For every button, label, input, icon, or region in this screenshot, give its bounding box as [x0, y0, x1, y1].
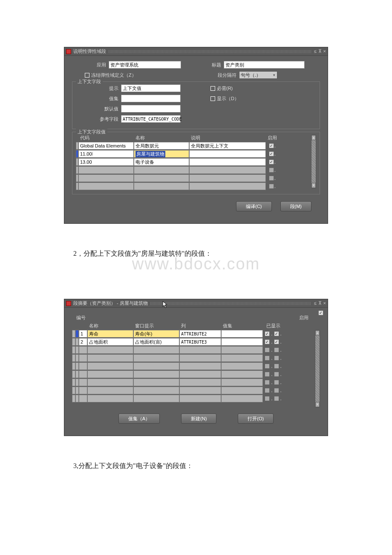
enabled-checkbox[interactable]	[265, 388, 270, 393]
maximize-icon[interactable]: ⊼	[318, 49, 322, 54]
segname-cell[interactable]	[87, 379, 133, 386]
window-checkbox[interactable]: ✓	[318, 310, 323, 315]
winprompt-cell[interactable]	[133, 379, 179, 386]
name-cell[interactable]	[134, 182, 189, 190]
desc-cell[interactable]	[189, 150, 266, 158]
name-cell[interactable]: 房屋与建筑物	[134, 150, 189, 158]
context-values-scrollbar[interactable]: ▴ ▾	[311, 135, 316, 188]
winprompt-cell[interactable]	[133, 346, 179, 354]
enabled-checkbox[interactable]	[269, 168, 274, 173]
column-cell[interactable]	[179, 379, 221, 386]
segname-cell[interactable]: 占地面积	[87, 338, 133, 346]
winprompt-cell[interactable]	[133, 395, 179, 402]
scroll-track[interactable]	[315, 335, 320, 402]
separator-dropdown[interactable]: 句号（.）	[239, 71, 277, 79]
displayed-checkbox[interactable]	[274, 364, 279, 369]
valueset-cell[interactable]	[221, 330, 263, 338]
num-cell[interactable]	[79, 395, 87, 402]
context-value-row[interactable]: .	[76, 182, 310, 190]
minimize-icon[interactable]: ≤	[314, 301, 317, 306]
name-cell[interactable]: 全局数据元	[134, 142, 189, 150]
column-cell[interactable]: ATTRIBUTE2	[179, 330, 221, 338]
code-cell[interactable]: Global Data Elements	[78, 142, 134, 150]
row-marker[interactable]	[72, 387, 75, 394]
close-icon[interactable]: ×	[323, 49, 326, 54]
num-cell[interactable]	[79, 387, 87, 394]
segname-cell[interactable]	[87, 354, 133, 362]
enabled-checkbox[interactable]: ✓	[269, 159, 274, 165]
enabled-checkbox[interactable]: ✓	[269, 151, 274, 156]
reference-field[interactable]: ATTRIBUTE_CATEGORY_CODE	[121, 115, 181, 123]
title-field[interactable]: 资产类别	[224, 61, 305, 69]
code-cell[interactable]: 13.00	[78, 158, 134, 166]
row-marker-2[interactable]	[75, 354, 79, 362]
row-marker-2[interactable]	[75, 362, 79, 370]
code-cell[interactable]: 11.00 I	[78, 150, 134, 158]
enabled-checkbox[interactable]	[265, 380, 270, 385]
new-button[interactable]: 新建(N)	[181, 413, 216, 424]
valueset-cell[interactable]	[221, 338, 263, 346]
valueset-cell[interactable]	[221, 362, 263, 370]
row-marker-2[interactable]	[75, 395, 79, 402]
segment-row[interactable]: ..	[72, 379, 314, 386]
row-marker-2[interactable]	[75, 346, 79, 354]
valueset-cell[interactable]	[221, 395, 263, 402]
row-marker[interactable]	[72, 370, 75, 378]
row-marker[interactable]	[72, 362, 75, 370]
enabled-checkbox[interactable]: ✓	[265, 339, 270, 344]
column-cell[interactable]	[179, 370, 221, 378]
freeze-checkbox[interactable]	[85, 73, 89, 78]
winprompt-cell[interactable]: 寿命(年)	[133, 330, 179, 338]
valueset-cell[interactable]	[221, 346, 263, 354]
enabled-checkbox[interactable]	[265, 356, 270, 361]
num-cell[interactable]	[79, 362, 87, 370]
winprompt-cell[interactable]: 占地面积(亩)	[133, 338, 179, 346]
displayed-checkbox[interactable]	[274, 380, 279, 385]
context-value-row[interactable]: .	[76, 166, 310, 174]
segname-cell[interactable]: 寿命	[87, 330, 133, 338]
enabled-checkbox[interactable]	[269, 184, 274, 189]
segment-button[interactable]: 段(M)	[280, 201, 312, 211]
segment-row[interactable]: ..	[72, 346, 314, 354]
minimize-icon[interactable]: ≤	[314, 49, 317, 54]
valueset-button[interactable]: 值集（A）	[118, 413, 160, 424]
enabled-checkbox[interactable]: ✓	[269, 143, 274, 148]
name-cell[interactable]: 电子设备	[134, 158, 189, 166]
display-checkbox[interactable]	[210, 96, 215, 101]
application-field[interactable]: 资产管理系统	[109, 61, 181, 69]
num-cell[interactable]	[79, 370, 87, 378]
column-cell[interactable]: ATTRIBUTE3	[179, 338, 221, 346]
enabled-checkbox[interactable]	[265, 364, 270, 369]
segment-row[interactable]: ..	[72, 370, 314, 378]
row-marker-2[interactable]	[75, 370, 79, 378]
displayed-checkbox[interactable]	[274, 356, 279, 361]
segment-row[interactable]: ..	[72, 395, 314, 402]
num-cell[interactable]: 1	[79, 330, 87, 338]
segname-cell[interactable]	[87, 362, 133, 370]
name-cell[interactable]	[134, 174, 189, 182]
prompt-field[interactable]: 上下文值	[121, 84, 181, 92]
valueset-cell[interactable]	[221, 379, 263, 386]
segment-row[interactable]: 1寿命寿命(年)ATTRIBUTE2✓.✓.	[72, 330, 314, 338]
segments-scrollbar[interactable]: ▴ ▾	[315, 330, 320, 408]
displayed-checkbox[interactable]: ✓	[274, 331, 279, 336]
num-cell[interactable]	[79, 379, 87, 386]
context-value-row[interactable]: 13.00电子设备✓.	[76, 158, 310, 166]
scroll-up-icon[interactable]: ▴	[315, 330, 320, 335]
desc-cell[interactable]	[189, 174, 266, 182]
winprompt-cell[interactable]	[133, 387, 179, 394]
column-cell[interactable]	[179, 346, 221, 354]
num-cell[interactable]	[79, 346, 87, 354]
code-cell[interactable]	[78, 166, 134, 174]
desc-cell[interactable]	[189, 158, 266, 166]
window1-titlebar[interactable]: 说明性弹性域段 ≤ ⊼ ×	[64, 47, 328, 56]
scroll-down-icon[interactable]: ▾	[311, 183, 316, 188]
valueset-cell[interactable]	[221, 370, 263, 378]
displayed-checkbox[interactable]	[274, 396, 279, 401]
segment-row[interactable]: ..	[72, 362, 314, 370]
num-cell[interactable]: 2	[79, 338, 87, 346]
row-marker[interactable]	[72, 354, 75, 362]
code-cell[interactable]	[78, 174, 134, 182]
scroll-up-icon[interactable]: ▴	[311, 135, 316, 140]
window2-titlebar[interactable]: 段摘要（资产类别） - 房屋与建筑物 ≤ ⊼ ×	[64, 299, 328, 308]
